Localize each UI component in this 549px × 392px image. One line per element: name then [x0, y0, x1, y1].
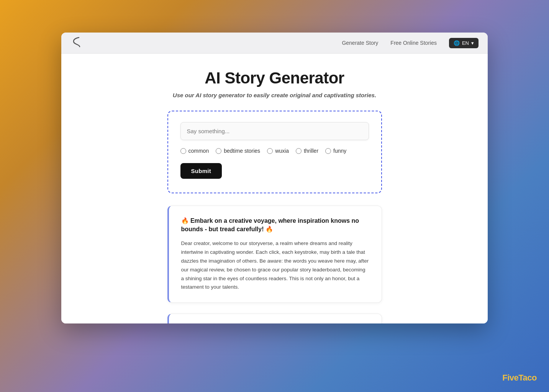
fivetaco-brand: FiveTaco: [502, 373, 537, 383]
radio-group: common bedtime stories wuxia thriller fu…: [180, 148, 369, 154]
brand-part2: Taco: [518, 373, 537, 382]
nav-link-generate-story[interactable]: Generate Story: [342, 40, 378, 46]
info-card-2: ✨ Explore Limitless Creativity - Sail Fo…: [167, 314, 382, 323]
card-1-body: Dear creator, welcome to our storyverse,…: [181, 239, 369, 292]
radio-wuxia-label: wuxia: [275, 148, 289, 154]
radio-bedtime[interactable]: bedtime stories: [216, 148, 260, 154]
main-content: AI Story Generator Use our AI story gene…: [61, 54, 488, 323]
radio-common-input[interactable]: [180, 148, 186, 154]
card-1-title: 🔥 Embark on a creative voyage, where ins…: [181, 217, 369, 234]
radio-wuxia[interactable]: wuxia: [267, 148, 289, 154]
form-container: common bedtime stories wuxia thriller fu…: [167, 111, 382, 193]
page-subtitle: Use our AI story generator to easily cre…: [77, 92, 472, 98]
submit-button[interactable]: Submit: [180, 163, 222, 179]
nav-links: Generate Story Free Online Stories 🌐 EN …: [342, 38, 479, 48]
chevron-down-icon: ▾: [471, 40, 474, 46]
radio-thriller[interactable]: thriller: [296, 148, 318, 154]
page-title: AI Story Generator: [77, 69, 472, 87]
nav-link-free-online-stories[interactable]: Free Online Stories: [390, 40, 437, 46]
radio-bedtime-input[interactable]: [216, 148, 221, 154]
radio-thriller-label: thriller: [304, 148, 318, 154]
radio-thriller-input[interactable]: [296, 148, 302, 154]
info-card-1: 🔥 Embark on a creative voyage, where ins…: [167, 206, 382, 303]
story-input[interactable]: [180, 122, 369, 140]
lang-label: EN: [462, 40, 469, 46]
logo-area: [70, 35, 84, 51]
radio-common-label: common: [188, 148, 209, 154]
radio-common[interactable]: common: [180, 148, 209, 154]
globe-icon: 🌐: [454, 40, 460, 46]
radio-funny[interactable]: funny: [325, 148, 346, 154]
radio-funny-label: funny: [333, 148, 346, 154]
logo-icon: [70, 35, 83, 51]
radio-funny-input[interactable]: [325, 148, 331, 154]
lang-button[interactable]: 🌐 EN ▾: [449, 38, 479, 48]
brand-part1: Five: [502, 373, 518, 382]
browser-window: Generate Story Free Online Stories 🌐 EN …: [61, 33, 488, 323]
radio-bedtime-label: bedtime stories: [224, 148, 260, 154]
radio-wuxia-input[interactable]: [267, 148, 273, 154]
nav-bar: Generate Story Free Online Stories 🌐 EN …: [61, 33, 488, 54]
